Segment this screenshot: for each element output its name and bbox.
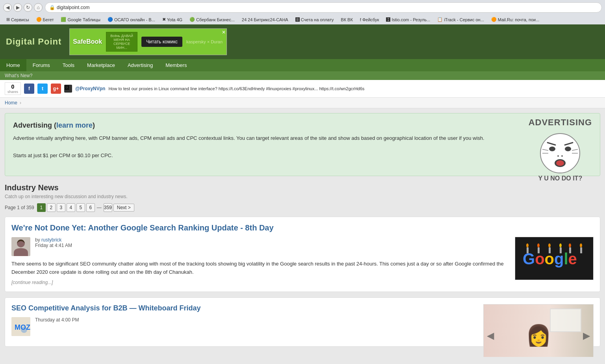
svg-point-3 (549, 147, 555, 151)
page-btn-3[interactable]: 3 (57, 203, 65, 212)
yuno-title: ADVERTISING (529, 117, 592, 128)
article1-meta: by rustybrick Friday at 4:41 AM (11, 237, 594, 256)
bookmark-accounts[interactable]: 🅱 Счета на оплату (292, 16, 337, 23)
social-bar: 0 shares f t g+ 🖼 @ProxyNVpn How to test… (0, 80, 605, 98)
bookmark-vk[interactable]: ВК ВК (338, 16, 356, 23)
advertising-desc1: Advertise virtually anything here, with … (13, 134, 592, 143)
advertising-heading: Advertising (learn more) (13, 121, 592, 130)
page-btn-2[interactable]: 2 (47, 203, 56, 212)
section-title: Industry News (5, 183, 600, 192)
share-count: 0 shares (5, 82, 21, 95)
ad-banner[interactable]: SafeBook Всёнь ДАВАЙ МЕНЯ НА СЕРВУСЕ МИН… (69, 28, 227, 55)
svg-point-21 (569, 243, 571, 247)
breadcrumb-home[interactable]: Home (5, 100, 17, 106)
article1-author-name[interactable]: rustybrick (41, 237, 61, 243)
page-info: Page 1 of 359 (5, 205, 34, 210)
google-plus-share-button[interactable]: g+ (51, 84, 61, 94)
bookmark-bitrix[interactable]: 24 24 Битрикс24-САНА (239, 16, 291, 23)
author-avatar-1 (11, 237, 30, 256)
site-header: Digital Point SafeBook Всёнь ДАВАЙ МЕНЯ … (0, 24, 605, 59)
article1-continue[interactable]: [continue reading...] (11, 280, 594, 285)
bookmark-istio[interactable]: 🅸 Istio.com - Резуль... (383, 16, 433, 23)
bookmark-sberbank[interactable]: 🟢 Сбербанк Бизнес... (186, 16, 238, 23)
page-btn-1[interactable]: 1 (37, 203, 46, 212)
author-avatar-2: MOZ (11, 317, 30, 336)
section-subtitle: Catch up on interesting new discussion a… (5, 194, 600, 199)
svg-point-22 (580, 243, 582, 247)
svg-point-31 (21, 327, 27, 333)
svg-point-4 (565, 147, 571, 151)
industry-news-section: Industry News Catch up on interesting ne… (5, 183, 600, 212)
next-page-button[interactable]: Next > (113, 204, 134, 212)
site-logo: Digital Point (6, 37, 61, 47)
svg-rect-26 (560, 247, 562, 253)
svg-point-8 (556, 160, 564, 166)
refresh-button[interactable]: ↻ (24, 3, 32, 12)
svg-point-20 (559, 243, 562, 247)
nav-marketplace[interactable]: Marketplace (81, 59, 121, 71)
social-tweet-text: How to test our proxies in Linux command… (108, 86, 600, 91)
twitter-share-button[interactable]: t (37, 84, 48, 94)
article1-author-info: by rustybrick Friday at 4:41 AM (35, 237, 72, 248)
nav-home[interactable]: Home (0, 59, 26, 71)
whats-new-bar[interactable]: What's New? (0, 71, 605, 80)
facebook-share-button[interactable]: f (24, 84, 34, 94)
back-button[interactable]: ◀ (3, 3, 12, 12)
page-btn-last[interactable]: 359 (104, 203, 112, 212)
url-text: digitalpoint.com (57, 5, 89, 10)
nav-advertising[interactable]: Advertising (121, 59, 159, 71)
breadcrumb: Home › (0, 98, 605, 108)
browser-chrome: ◀ ▶ ↻ ⌂ 🔒 digitalpoint.com ⊞ Сервисы 🟠 Б… (0, 0, 605, 24)
svg-rect-28 (580, 247, 582, 253)
page-btn-4[interactable]: 4 (67, 203, 75, 212)
ad-comic-box: Всёнь ДАВАЙ МЕНЯ НА СЕРВУСЕ МИН... (106, 32, 137, 52)
bookmark-beget[interactable]: 🟠 Бегет (33, 16, 57, 23)
advertising-desc2: Starts at just $1 per CPM or $0.10 per C… (13, 152, 592, 160)
social-handle: @ProxyNVpn (75, 86, 105, 91)
ad-read-button[interactable]: Читать комикс (141, 37, 182, 47)
address-bar[interactable]: 🔒 digitalpoint.com (45, 2, 602, 13)
bookmark-mail[interactable]: 🟠 Mail.Ru: почта, пои... (488, 16, 543, 23)
yuno-bottom-text: Y U NO DO IT? (529, 175, 592, 182)
pagination: Page 1 of 359 1 2 3 4 5 6 — 359 Next > (5, 203, 600, 212)
advertising-box: Advertising (learn more) Advertise virtu… (5, 113, 600, 176)
page-btn-5[interactable]: 5 (76, 203, 85, 212)
svg-rect-24 (538, 247, 540, 253)
video-next-arrow[interactable]: ▶ (583, 330, 590, 341)
article-card-2: SEO Competitive Analysis for B2B — White… (5, 297, 600, 347)
article-title-1[interactable]: We're Not Done Yet: Another Google Searc… (11, 223, 594, 232)
bookmark-google-tables[interactable]: 🟩 Google Таблицы (58, 16, 103, 23)
bookmark-yota[interactable]: ✖ Yota 4G (159, 16, 186, 23)
lock-icon: 🔒 (49, 5, 55, 10)
article1-thumbnail: Google (515, 237, 594, 280)
ad-close-button[interactable]: ✕ (222, 30, 226, 35)
svg-rect-27 (569, 247, 571, 253)
video-person: 👩 (526, 323, 551, 347)
article1-body: There seems to be significant SEO commun… (11, 260, 507, 277)
home-button[interactable]: ⌂ (34, 3, 43, 12)
bookmarks-bar: ⊞ Сервисы 🟠 Бегет 🟩 Google Таблицы 🔵 ОСА… (3, 15, 602, 24)
bookmark-itrack[interactable]: 📋 iTrack - Сервис он... (434, 16, 487, 23)
nav-tools[interactable]: Tools (56, 59, 81, 71)
bookmark-facebook[interactable]: f Фейсбук (357, 16, 382, 23)
article-card-1: We're Not Done Yet: Another Google Searc… (5, 217, 600, 292)
main-content: Advertising (learn more) Advertise virtu… (0, 108, 605, 357)
breadcrumb-separator: › (20, 100, 21, 106)
bookmark-osago[interactable]: 🔵 ОСАГО онлайн - В... (104, 16, 158, 23)
yuno-face-svg (536, 128, 584, 175)
site-nav: Home Forums Tools Marketplace Advertisin… (0, 59, 605, 71)
video-prev-arrow[interactable]: ◀ (487, 330, 494, 341)
svg-point-5 (557, 155, 559, 157)
page-btn-6[interactable]: 6 (86, 203, 95, 212)
advertising-learn-more[interactable]: learn more (56, 121, 93, 129)
yuno-graphic: ADVERTISING (529, 117, 592, 182)
bookmark-services[interactable]: ⊞ Сервисы (3, 16, 32, 23)
nav-forums[interactable]: Forums (26, 59, 56, 71)
nav-members[interactable]: Members (159, 59, 193, 71)
svg-point-6 (561, 155, 563, 157)
yuno-face-container (536, 128, 584, 175)
forward-button[interactable]: ▶ (13, 3, 22, 12)
article2-date: Thursday at 4:00 PM (35, 317, 79, 323)
svg-point-19 (548, 243, 551, 247)
svg-point-18 (537, 243, 540, 247)
